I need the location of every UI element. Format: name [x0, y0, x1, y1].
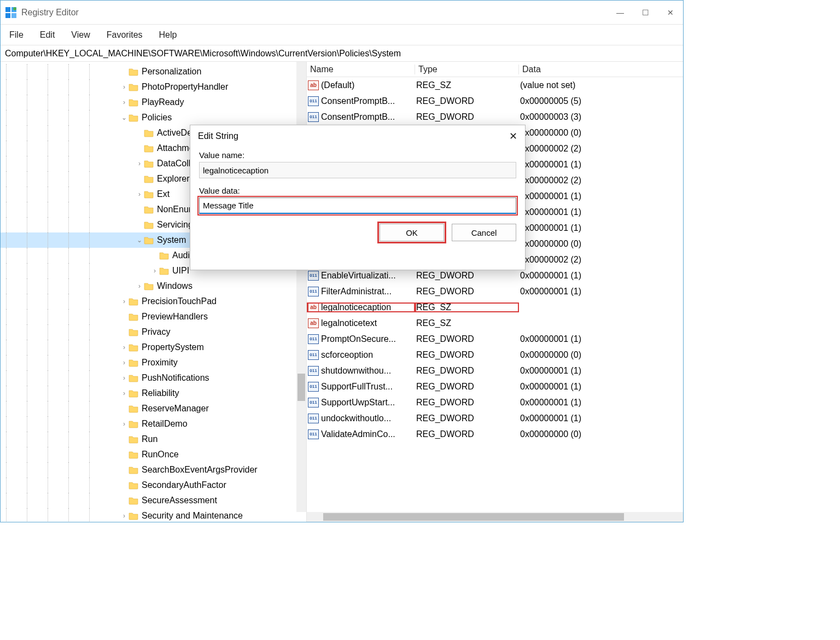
tree-item[interactable]: RunOnce [1, 447, 306, 462]
folder-icon [129, 68, 138, 76]
tree-item[interactable]: ›PushNotifications [1, 370, 306, 386]
list-row[interactable]: 011ConsentPromptB...REG_DWORD0x00000005 … [307, 93, 683, 109]
value-type: REG_SZ [415, 318, 519, 328]
tree-item[interactable]: SearchBoxEventArgsProvider [1, 462, 306, 478]
list-row[interactable]: ab(Default)REG_SZ(value not set) [307, 77, 683, 93]
tree-item[interactable]: SecureAssessment [1, 493, 306, 508]
value-data: 0x00000001 (1) [519, 382, 683, 392]
tree-item[interactable]: ›Windows [1, 278, 306, 294]
tree-item-label: Servicing [157, 220, 193, 230]
tree-item[interactable]: ›PropertySystem [1, 340, 306, 355]
menu-help[interactable]: Help [158, 28, 178, 42]
value-data: 0x00000001 (1) [519, 160, 683, 170]
close-button[interactable]: ✕ [658, 4, 683, 21]
value-data-field[interactable] [199, 197, 516, 214]
expander-icon[interactable]: › [120, 389, 129, 397]
expander-icon[interactable]: › [135, 282, 144, 290]
expander-icon[interactable]: › [135, 160, 144, 167]
tree-item[interactable]: ›PlayReady [1, 95, 306, 110]
expander-icon[interactable]: › [120, 512, 129, 520]
tree-item-label: Audit [172, 251, 192, 260]
tree-item[interactable]: ›Security and Maintenance [1, 508, 306, 522]
ok-button[interactable]: OK [380, 224, 444, 241]
folder-icon [144, 160, 154, 168]
tree-item[interactable]: PreviewHandlers [1, 309, 306, 324]
expander-icon[interactable]: › [120, 359, 129, 366]
list-row[interactable]: 011scforceoptionREG_DWORD0x00000000 (0) [307, 347, 683, 363]
folder-icon [144, 144, 154, 153]
column-header-data[interactable]: Data [519, 65, 683, 74]
list-row[interactable]: ablegalnoticetextREG_SZ [307, 315, 683, 331]
dword-icon: 011 [308, 398, 319, 408]
expander-icon[interactable]: › [120, 98, 129, 106]
tree-item[interactable]: ›RetailDemo [1, 416, 306, 432]
tree-item[interactable]: ReserveManager [1, 401, 306, 416]
maximize-button[interactable]: ☐ [633, 4, 658, 21]
expander-icon[interactable]: › [120, 83, 129, 91]
value-data: 0x00000001 (1) [519, 271, 683, 281]
expander-icon[interactable]: ⌄ [120, 114, 129, 121]
tree-item-label: SearchBoxEventArgsProvider [142, 465, 258, 475]
folder-icon [159, 252, 169, 260]
tree-item[interactable]: ›PhotoPropertyHandler [1, 79, 306, 95]
list-row[interactable]: ablegalnoticecaptionREG_SZ [307, 299, 683, 315]
list-row[interactable]: 011shutdownwithou...REG_DWORD0x00000001 … [307, 363, 683, 379]
list-scrollbar-thumb[interactable] [323, 513, 624, 521]
value-type: REG_DWORD [415, 414, 519, 423]
tree-item-label: RunOnce [142, 450, 179, 459]
expander-icon[interactable]: › [120, 298, 129, 305]
dword-icon: 011 [308, 382, 319, 392]
list-row[interactable]: 011FilterAdministrat...REG_DWORD0x000000… [307, 283, 683, 299]
value-name: SupportFullTrust... [321, 382, 393, 392]
tree-item[interactable]: ›Proximity [1, 355, 306, 370]
value-data: 0x00000000 (0) [519, 239, 683, 249]
column-header-type[interactable]: Type [415, 65, 519, 74]
tree-item[interactable]: Run [1, 432, 306, 447]
tree-scrollbar-thumb[interactable] [298, 374, 305, 401]
expander-icon[interactable]: › [120, 374, 129, 382]
list-row[interactable]: 011ValidateAdminCo...REG_DWORD0x00000000… [307, 426, 683, 442]
tree-item[interactable]: ›PrecisionTouchPad [1, 294, 306, 309]
tree-item[interactable]: SecondaryAuthFactor [1, 478, 306, 493]
list-row[interactable]: 011undockwithoutlo...REG_DWORD0x00000001… [307, 410, 683, 426]
value-type: REG_DWORD [415, 382, 519, 392]
expander-icon[interactable]: › [120, 344, 129, 351]
tree-item[interactable]: ›Reliability [1, 386, 306, 401]
address-bar[interactable]: Computer\HKEY_LOCAL_MACHINE\SOFTWARE\Mic… [1, 45, 683, 62]
list-row[interactable]: 011SupportFullTrust...REG_DWORD0x0000000… [307, 379, 683, 394]
list-scrollbar-horizontal[interactable] [307, 512, 683, 522]
list-row[interactable]: 011PromptOnSecure...REG_DWORD0x00000001 … [307, 331, 683, 347]
menu-edit[interactable]: Edit [39, 28, 56, 42]
folder-icon [129, 313, 138, 321]
value-name: legalnoticetext [321, 318, 377, 328]
expander-icon[interactable]: ⌄ [135, 236, 144, 244]
value-data: 0x00000001 (1) [519, 207, 683, 217]
tree-item-label: Explorer [157, 174, 190, 184]
column-header-name[interactable]: Name [307, 65, 415, 74]
value-data: 0x00000001 (1) [519, 366, 683, 376]
list-row[interactable]: 011SupportUwpStart...REG_DWORD0x00000001… [307, 394, 683, 410]
value-data: 0x00000001 (1) [519, 191, 683, 201]
folder-icon [129, 344, 138, 352]
tree-item[interactable]: Privacy [1, 324, 306, 340]
list-row[interactable]: 011ConsentPromptB...REG_DWORD0x00000003 … [307, 109, 683, 125]
minimize-button[interactable]: — [608, 4, 633, 21]
value-data: 0x00000002 (2) [519, 255, 683, 265]
dialog-close-button[interactable]: ✕ [509, 130, 517, 142]
expander-icon[interactable]: › [135, 190, 144, 198]
value-name: (Default) [321, 80, 354, 90]
folder-icon [129, 420, 138, 428]
tree-item[interactable]: ⌄Policies [1, 110, 306, 125]
expander-icon[interactable]: › [120, 420, 129, 428]
value-name: PromptOnSecure... [321, 334, 396, 344]
menu-view[interactable]: View [70, 28, 91, 42]
dialog-title: Edit String [198, 131, 238, 141]
dword-icon: 011 [308, 429, 319, 439]
expander-icon[interactable]: › [150, 267, 159, 275]
menu-favorites[interactable]: Favorites [106, 28, 144, 42]
titlebar[interactable]: Registry Editor — ☐ ✕ [1, 1, 683, 25]
folder-icon [129, 389, 138, 398]
tree-item[interactable]: Personalization [1, 64, 306, 79]
menu-file[interactable]: File [8, 28, 25, 42]
cancel-button[interactable]: Cancel [452, 224, 516, 241]
